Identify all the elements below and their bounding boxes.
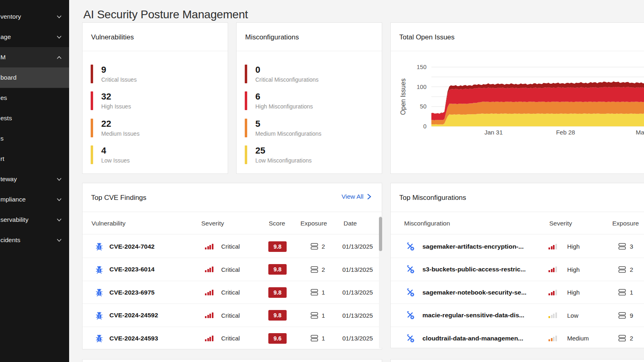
severity-bar-low — [91, 145, 93, 164]
cve-score-badge: 9.8 — [268, 310, 287, 321]
cve-name-cell: CVE-2024-24592 — [109, 304, 158, 327]
vulnerabilities-card: Vulnerabilities 9Critical Issues32High I… — [82, 22, 228, 174]
severity-bars-icon-critical — [205, 244, 213, 249]
cve-table-scrollbar-thumb[interactable] — [379, 217, 382, 251]
misconfig-exposure-cell: 9 — [630, 304, 633, 327]
severity-bars-icon-critical — [205, 312, 213, 318]
misconfig-name: macie-regular-sensitive-data-dis... — [422, 312, 524, 319]
cve-table-row[interactable]: CVE-2023-6975Critical9.8101/13/2025 — [83, 281, 382, 304]
sidebar-item-label: board — [0, 74, 17, 81]
cve-date: 01/13/2025 — [342, 266, 373, 273]
severity-bar-critical — [245, 65, 247, 83]
sidebar-item-mpliance[interactable]: mpliance — [0, 189, 69, 210]
cve-severity-cell: Critical — [221, 281, 240, 304]
cve-table-row[interactable]: CVE-2023-6014Critical9.8201/13/2025 — [83, 258, 382, 281]
misconfiguration-tools-icon — [406, 288, 415, 297]
cve-exposure-cell: 1 — [322, 327, 325, 350]
metric-value: 9 — [101, 65, 137, 75]
sidebar-item-label: rt — [0, 155, 4, 163]
misconfig-icon-cell — [406, 327, 415, 350]
sidebar: ventoryageMboardesestssrttewaympliancese… — [0, 0, 69, 362]
misconfig-exposure-cell: 2 — [630, 258, 633, 281]
cve-severity-label: Critical — [221, 266, 240, 273]
misconfig-table-row[interactable]: s3-buckets-public-access-restric...High2 — [391, 258, 644, 281]
misconfig-exposure-cell: 1 — [630, 281, 633, 304]
cve-table-row[interactable]: CVE-2024-24592Critical9.8101/13/2025 — [83, 304, 382, 327]
misconfig-severity-label: High — [567, 289, 580, 296]
cve-table-row[interactable]: CVE-2024-24593Critical9.6101/13/2025 — [83, 327, 382, 350]
cve-exposure-icon-cell — [311, 304, 318, 327]
misconfiguration-tools-icon — [406, 242, 415, 251]
misconfig-table-row[interactable]: macie-regular-sensitive-data-dis...Low9 — [391, 304, 644, 327]
total-open-issues-card: Total Open Issues 050100150Open IssuesJa… — [390, 22, 644, 174]
cve-severity-cell: Critical — [221, 235, 240, 258]
cve-exposure-icon-cell — [311, 281, 318, 304]
bug-icon — [95, 242, 103, 251]
metric-label: Low Issues — [101, 157, 130, 164]
cve-exposure-cell: 2 — [322, 235, 325, 258]
sidebar-item-M[interactable]: M — [0, 47, 69, 67]
misconfig-table-row[interactable]: cloudtrail-data-and-managemen...Medium2 — [391, 327, 644, 350]
severity-bar-medium — [91, 119, 93, 137]
top-cve-card-header: Top CVE Findings View All — [83, 183, 382, 212]
sidebar-item-label: servability — [0, 216, 28, 223]
view-all-link[interactable]: View All — [342, 193, 372, 200]
cve-table-row[interactable]: CVE-2024-7042Critical9.8201/13/2025 — [83, 235, 382, 258]
col-exposure: Exposure — [300, 212, 327, 234]
sidebar-item-label: M — [0, 54, 6, 61]
exposure-stack-icon — [311, 289, 318, 296]
sidebar-item-rt[interactable]: rt — [0, 149, 69, 169]
sidebar-item-ventory[interactable]: ventory — [0, 7, 69, 27]
cve-exposure-count: 1 — [322, 289, 325, 296]
severity-bar-high — [91, 91, 93, 110]
sidebar-item-servability[interactable]: servability — [0, 210, 69, 230]
cve-name-cell: CVE-2024-7042 — [109, 235, 154, 258]
cve-exposure-icon-cell — [311, 258, 318, 281]
cve-date-cell: 01/13/2025 — [342, 235, 373, 258]
misconfig-metric-medium: 5Medium Misconfigurations — [245, 119, 322, 137]
sidebar-item-label: ests — [0, 115, 12, 122]
misconfiguration-tools-icon — [406, 265, 415, 274]
misconfig-table-row[interactable]: sagemaker-notebook-security-se...High1 — [391, 281, 644, 304]
cve-id: CVE-2024-24592 — [109, 312, 158, 319]
top-misconfigurations-card-header: Top Misconfigurations — [391, 183, 644, 212]
metric-value: 4 — [101, 146, 130, 156]
sidebar-item-teway[interactable]: teway — [0, 169, 69, 189]
sidebar-item-cidents[interactable]: cidents — [0, 230, 69, 250]
cve-score-cell: 9.8 — [268, 281, 287, 304]
misconfig-severity-label: Medium — [567, 335, 589, 342]
severity-bars-icon-critical — [205, 290, 213, 295]
page-title: AI Security Posture Management — [83, 7, 248, 22]
chevron-down-icon — [56, 34, 62, 40]
metric-value: 25 — [255, 146, 312, 156]
bottom-right-card-partial — [390, 359, 644, 362]
total-open-issues-card-title: Total Open Issues — [399, 33, 455, 41]
view-all-label: View All — [342, 193, 363, 200]
severity-bar-medium — [245, 119, 247, 137]
misconfig-exposure-count: 2 — [630, 266, 633, 273]
misconfig-name-cell: cloudtrail-data-and-managemen... — [422, 327, 523, 350]
x-axis-tick: Mar 31 — [636, 129, 644, 136]
cve-exposure-cell: 1 — [322, 281, 325, 304]
sidebar-item-label: es — [0, 94, 7, 102]
misconfig-exposure-count: 3 — [630, 243, 633, 250]
cve-table-scrollbar-track[interactable] — [379, 216, 382, 349]
cve-bug-cell — [95, 258, 103, 281]
chevron-down-icon — [56, 176, 62, 182]
sidebar-item-es[interactable]: es — [0, 88, 69, 108]
severity-bars-icon-critical — [205, 267, 213, 272]
exposure-stack-icon — [311, 266, 318, 273]
sidebar-item-age[interactable]: age — [0, 27, 69, 47]
misconfig-table-row[interactable]: sagemaker-artifacts-encryption-...High3 — [391, 235, 644, 258]
misconfig-severity-cell: High — [567, 281, 580, 304]
sidebar-item-ests[interactable]: ests — [0, 108, 69, 128]
cve-score-badge: 9.8 — [268, 264, 287, 275]
sidebar-item-board[interactable]: board — [0, 67, 69, 88]
misconfig-severity-label: High — [567, 243, 580, 250]
sidebar-item-s[interactable]: s — [0, 128, 69, 149]
cve-table-header: Vulnerability Severity Score Exposure Da… — [83, 212, 382, 234]
metric-value: 32 — [101, 92, 131, 102]
top-cve-card-title: Top CVE Findings — [91, 194, 146, 202]
misconfig-name-cell: sagemaker-artifacts-encryption-... — [422, 235, 524, 258]
col-severity: Severity — [201, 212, 224, 234]
